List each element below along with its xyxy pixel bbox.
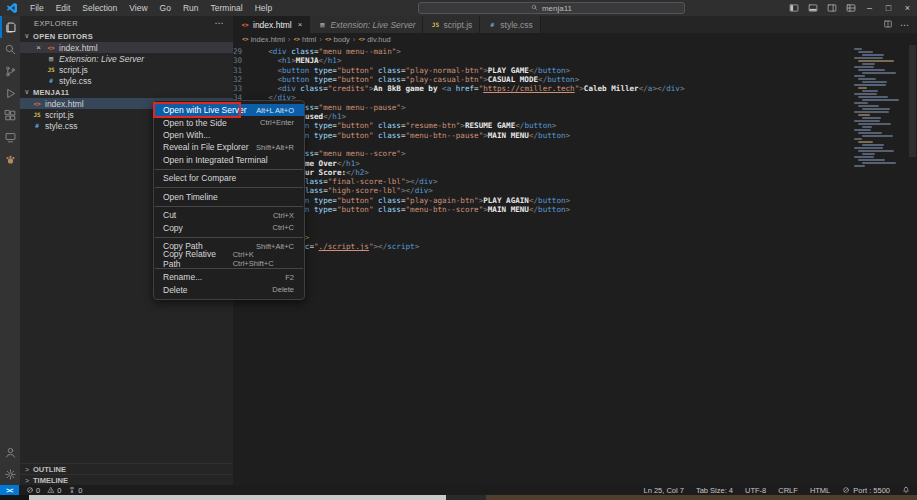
open-editor-extension-live-server[interactable]: ▤Extension: Live Server [20, 53, 233, 64]
context-item-open-with[interactable]: Open With... [154, 129, 304, 141]
breadcrumb-body[interactable]: <>body [325, 35, 350, 44]
menubar-terminal[interactable]: Terminal [205, 0, 249, 16]
search-icon[interactable] [0, 38, 20, 60]
source-control-icon[interactable] [0, 60, 20, 82]
context-item-delete[interactable]: DeleteDelete [154, 284, 304, 296]
status-html[interactable]: HTML [810, 486, 830, 495]
status-label: UTF-8 [745, 486, 766, 495]
menubar-selection[interactable]: Selection [76, 0, 123, 16]
code-line: 37 <button type="button" class="resume-b… [233, 121, 877, 130]
run-and-debug-icon[interactable] [0, 82, 20, 104]
minimize-button[interactable]: – [860, 0, 879, 16]
breadcrumb-separator-icon: › [288, 35, 291, 44]
menubar-go[interactable]: Go [154, 0, 177, 16]
context-item-select-for-compare[interactable]: Select for Compare [154, 172, 304, 184]
chevron-right-icon: > [23, 466, 31, 473]
section-timeline[interactable]: >TIMELINE [20, 474, 233, 485]
toggle-secondary-sidebar-icon[interactable] [822, 0, 841, 16]
context-item-copy-relative-path[interactable]: Copy Relative PathCtrl+K Ctrl+Shift+C [154, 253, 304, 265]
html-file-icon: <> [32, 100, 42, 107]
tab-label: style.css [500, 20, 533, 30]
js-file-icon: JS [46, 66, 56, 73]
status-label: Tab Size: 4 [696, 486, 733, 495]
status-ports[interactable]: 0 [68, 486, 82, 495]
code-line: 42 <h2>Your Score:</h2> [233, 168, 877, 177]
context-item-reveal-in-file-explorer[interactable]: Reveal in File ExplorerShift+Alt+R [154, 141, 304, 153]
explorer-icon[interactable] [0, 16, 20, 38]
status-utf-8[interactable]: UTF-8 [745, 486, 766, 495]
shortcut-label: Ctrl+X [273, 211, 294, 220]
status-warnings[interactable]: 0 [47, 486, 61, 495]
status-crlf[interactable]: CRLF [778, 486, 798, 495]
tab-style-css[interactable]: #style.css [480, 16, 541, 33]
context-item-label: Open Timeline [163, 192, 218, 202]
open-editor-script-js[interactable]: JSscript.js [20, 64, 233, 75]
notifications-bell-icon[interactable] [902, 486, 910, 494]
breadcrumb-div-hud[interactable]: <>div.hud [359, 35, 391, 44]
context-menu: Open with Live ServerAlt+L Alt+OOpen to … [153, 100, 305, 300]
chevron-right-icon: > [23, 477, 31, 484]
context-item-open-in-integrated-terminal[interactable]: Open in Integrated Terminal [154, 154, 304, 166]
tab-extension-live-server[interactable]: ▤Extension: Live Server [310, 16, 423, 33]
code-line: 43 <div class="final-score-lbl"></div> [233, 177, 877, 186]
open-editor-style-css[interactable]: #style.css [20, 75, 233, 86]
context-item-label: Delete [163, 285, 188, 295]
window-controls: – □ × [784, 0, 917, 16]
html-file-icon: <> [46, 44, 56, 51]
close-tab-icon[interactable]: × [298, 20, 303, 29]
breadcrumb-html[interactable]: <>html [293, 35, 316, 44]
split-editor-icon[interactable] [883, 19, 893, 31]
extensions-icon[interactable] [0, 104, 20, 126]
code-line: 32 <button type="button" class="play-cas… [233, 75, 877, 84]
section-label: TIMELINE [33, 476, 68, 485]
menubar-help[interactable]: Help [249, 0, 278, 16]
accounts-icon[interactable] [0, 441, 20, 463]
code-line: 33 <div class="credits">An 8kB game by <… [233, 84, 877, 93]
breadcrumb-index-html[interactable]: <>index.html [242, 35, 285, 44]
close-window-button[interactable]: × [898, 0, 917, 16]
context-item-label: Copy Relative Path [163, 249, 233, 269]
section-outline[interactable]: >OUTLINE [20, 463, 233, 474]
tab-label: index.html [253, 20, 292, 30]
settings-icon[interactable] [0, 463, 20, 485]
explorer-actions-button[interactable]: ⋯ [215, 18, 224, 28]
status-tab-size-4[interactable]: Tab Size: 4 [696, 486, 733, 495]
code-line: 49 --> [233, 233, 877, 242]
js-file-icon: JS [430, 21, 440, 28]
context-item-rename[interactable]: Rename...F2 [154, 271, 304, 283]
menubar-view[interactable]: View [123, 0, 153, 16]
menubar-edit[interactable]: Edit [50, 0, 77, 16]
close-icon[interactable]: × [34, 43, 43, 52]
custom-extension-icon[interactable] [0, 148, 20, 170]
remote-explorer-icon[interactable] [0, 126, 20, 148]
context-item-cut[interactable]: CutCtrl+X [154, 209, 304, 221]
status-errors[interactable]: 0 [26, 486, 40, 495]
tab-script-js[interactable]: JSscript.js [423, 16, 480, 33]
open-editor-index-html[interactable]: ×<>index.html [20, 42, 233, 53]
maximize-button[interactable]: □ [879, 0, 898, 16]
command-center-search[interactable]: menja11 [418, 2, 685, 14]
minimap[interactable] [854, 45, 890, 168]
editor-scrollbar[interactable] [909, 45, 916, 157]
code-line: 34 </div> [233, 93, 877, 102]
status-ln-25-col-7[interactable]: Ln 25, Col 7 [643, 486, 683, 495]
toggle-panel-icon[interactable] [803, 0, 822, 16]
symbol-icon: <> [359, 36, 366, 42]
context-item-open-to-the-side[interactable]: Open to the SideCtrl+Enter [154, 116, 304, 128]
file-label: index.html [45, 99, 84, 109]
toggle-sidebar-icon[interactable] [784, 0, 803, 16]
menubar-run[interactable]: Run [177, 0, 205, 16]
code-area[interactable]: 29 <div class="menu menu--main">30 <h1>M… [233, 45, 877, 485]
status-port-5500[interactable]: Port : 5500 [842, 486, 890, 495]
remote-indicator[interactable]: >< [0, 485, 19, 495]
tab-index-html[interactable]: <>index.html× [233, 16, 310, 33]
editor-more-actions-icon[interactable]: ⋯ [900, 20, 909, 30]
menubar-file[interactable]: File [24, 0, 50, 16]
context-item-open-timeline[interactable]: Open Timeline [154, 191, 304, 203]
js-file-icon: JS [32, 111, 42, 118]
context-item-open-with-live-server[interactable]: Open with Live ServerAlt+L Alt+O [154, 104, 304, 116]
open-editors-header[interactable]: ∨ OPEN EDITORS [20, 30, 233, 42]
customize-layout-icon[interactable] [841, 0, 860, 16]
workspace-header[interactable]: ∨ MENJA11 [20, 86, 233, 98]
context-item-copy[interactable]: CopyCtrl+C [154, 222, 304, 234]
